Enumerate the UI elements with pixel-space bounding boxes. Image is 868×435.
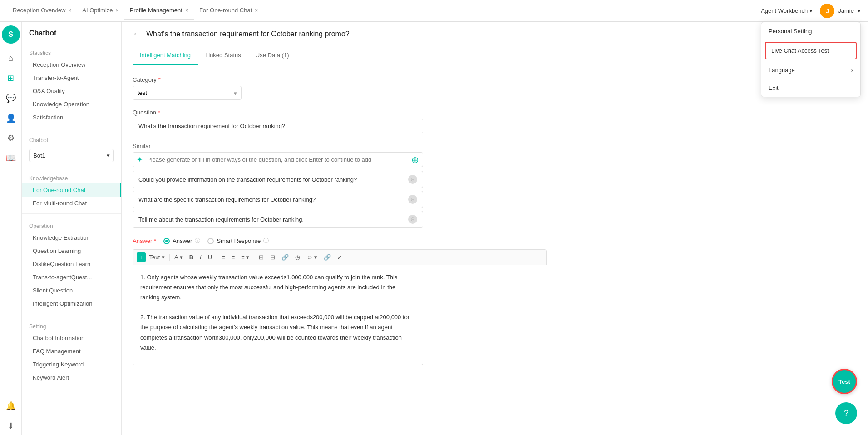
nav-section-operation: Operation <box>22 218 121 231</box>
close-tab-ai-optimize[interactable]: × <box>116 7 119 14</box>
rte-body[interactable]: 1. Only agents whose weekly transaction … <box>133 265 423 365</box>
close-tab-one-round[interactable]: × <box>255 7 258 14</box>
close-tab-profile[interactable]: × <box>185 7 188 14</box>
sidebar-item-satisfaction[interactable]: Satisfaction <box>22 111 121 124</box>
icon-sidebar: S ⌂ ⊞ 💬 👤 ⚙ 📖 🔔 ⬇ <box>0 22 22 435</box>
answer-group: Answer * Answer ⓘ Smart Response ⓘ <box>133 237 547 365</box>
info-icon-smart: ⓘ <box>263 237 269 245</box>
sidebar-item-faq-management[interactable]: FAQ Management <box>22 345 121 358</box>
rte-numbered-button[interactable]: ≡ <box>229 252 238 262</box>
rte-expand-button[interactable]: ⤢ <box>335 252 345 262</box>
answer-radio[interactable]: Answer ⓘ <box>163 237 200 245</box>
sidebar-item-multi-round-chat[interactable]: For Multi-round Chat <box>22 197 121 210</box>
tab-intelligent-matching[interactable]: Intelligent Matching <box>133 46 198 65</box>
sidebar-item-dislike-question[interactable]: DislikeQuestion Learn <box>22 257 121 271</box>
chevron-down-icon: ▾ <box>809 7 813 14</box>
tab-profile-management[interactable]: Profile Management × <box>124 2 194 20</box>
category-select[interactable]: test general promo <box>133 86 242 100</box>
sidebar-item-question-learning[interactable]: Question Learning <box>22 244 121 257</box>
similar-input[interactable] <box>145 153 409 167</box>
sidebar-icon-chat[interactable]: 💬 <box>2 89 20 107</box>
add-similar-button[interactable]: ⊕ <box>411 154 419 165</box>
sidebar-item-qa-quality[interactable]: Q&A Quality <box>22 84 121 98</box>
nav-section-statistics: Statistics <box>22 44 121 58</box>
smart-response-radio[interactable]: Smart Response ⓘ <box>207 237 269 245</box>
similar-label: Similar <box>133 143 547 149</box>
dropdown-exit[interactable]: Exit <box>761 79 860 97</box>
rte-add-button[interactable]: + <box>137 252 146 262</box>
answer-label-row: Answer * Answer ⓘ Smart Response ⓘ <box>133 237 547 245</box>
agent-workbench-menu[interactable]: Agent Workbench ▾ <box>761 7 813 14</box>
dropdown-live-chat[interactable]: Live Chat Access Test <box>765 42 857 59</box>
form-area: Category * test general promo Questi <box>122 65 557 385</box>
smart-response-radio-circle <box>207 238 214 244</box>
dropdown-personal-setting[interactable]: Personal Setting <box>761 22 860 40</box>
sidebar-item-keyword-alert[interactable]: Keyword Alert <box>22 371 121 384</box>
nav-sidebar: Chatbot Statistics Reception Overview Tr… <box>22 22 122 435</box>
rte-emoji-button[interactable]: ☺ ▾ <box>304 252 320 262</box>
rte-attachment-button[interactable]: 🔗 <box>279 252 291 262</box>
tab-one-round-chat[interactable]: For One-round Chat × <box>194 2 263 20</box>
nav-section-chatbot: Chatbot <box>22 132 121 145</box>
rte-text-button[interactable]: Text ▾ <box>147 252 168 262</box>
sidebar-item-one-round-chat[interactable]: For One-round Chat <box>22 183 121 197</box>
app-logo[interactable]: S <box>2 25 20 44</box>
tab-use-data[interactable]: Use Data (1) <box>248 46 296 65</box>
sidebar-item-trans-to-agent[interactable]: Trans-to-agentQuest... <box>22 271 121 284</box>
rte-underline-button[interactable]: U <box>205 252 215 262</box>
chevron-down-icon: ▾ <box>858 7 861 14</box>
sidebar-icon-download[interactable]: ⬇ <box>2 417 20 435</box>
back-button[interactable]: ← <box>133 29 141 39</box>
category-group: Category * test general promo <box>133 76 547 100</box>
sidebar-item-reception-overview[interactable]: Reception Overview <box>22 58 121 71</box>
nav-section-setting: Setting <box>22 318 121 331</box>
sidebar-icon-person[interactable]: 👤 <box>2 109 20 127</box>
chevron-right-icon: › <box>851 67 853 74</box>
sidebar-icon-settings[interactable]: ⚙ <box>2 129 20 147</box>
test-button[interactable]: Test <box>832 369 857 394</box>
rte-font-button[interactable]: A ▾ <box>172 252 186 262</box>
sidebar-icon-book[interactable]: 📖 <box>2 149 20 167</box>
rte-variable-button[interactable]: ◷ <box>292 252 303 262</box>
remove-similar-button[interactable]: ⊖ <box>408 195 417 204</box>
rte-bullet-button[interactable]: ≡ <box>219 252 228 262</box>
rte-bold-button[interactable]: B <box>187 252 196 262</box>
sidebar-item-chatbot-information[interactable]: Chatbot Information <box>22 331 121 345</box>
chatbot-selector[interactable]: Bot1 ▾ <box>29 149 114 162</box>
rte-link-button[interactable]: 🔗 <box>321 252 334 262</box>
sidebar-item-silent-question[interactable]: Silent Question <box>22 284 121 297</box>
user-menu[interactable]: J Jamie ▾ <box>820 4 861 18</box>
sidebar-icon-home[interactable]: ⌂ <box>2 49 20 67</box>
rte-image-button[interactable]: ⊞ <box>256 252 266 262</box>
content-tabs: Intelligent Matching Linked Status Use D… <box>122 46 868 65</box>
remove-similar-button[interactable]: ⊖ <box>408 215 417 224</box>
main-content: ← What's the transaction requirement for… <box>122 22 868 435</box>
nav-sidebar-title: Chatbot <box>22 29 121 44</box>
tab-ai-optimize[interactable]: AI Optimize × <box>77 2 124 20</box>
sidebar-icon-bell[interactable]: 🔔 <box>2 397 20 415</box>
rte-table-button[interactable]: ⊟ <box>267 252 278 262</box>
tab-reception-overview[interactable]: Reception Overview × <box>7 2 77 20</box>
sidebar-item-knowledge-extraction[interactable]: Knowledge Extraction <box>22 231 121 244</box>
sidebar-item-knowledge-operation[interactable]: Knowledge Operation <box>22 98 121 111</box>
remove-similar-button[interactable]: ⊖ <box>408 175 417 184</box>
close-tab-reception[interactable]: × <box>68 7 71 14</box>
sidebar-item-intelligent-optimization[interactable]: Intelligent Optimization <box>22 297 121 310</box>
sidebar-item-triggering-keyword[interactable]: Triggering Keyword <box>22 358 121 371</box>
answer-required: Answer * <box>133 237 156 244</box>
rte-align-button[interactable]: ≡ ▾ <box>238 252 252 262</box>
help-button[interactable]: ? <box>835 402 857 424</box>
question-group: Question * <box>133 109 547 133</box>
tab-bar: Reception Overview × AI Optimize × Profi… <box>7 2 263 20</box>
tab-linked-status[interactable]: Linked Status <box>198 46 248 65</box>
dropdown-menu: Personal Setting Live Chat Access Test L… <box>761 22 861 97</box>
content-header: ← What's the transaction requirement for… <box>122 22 868 46</box>
question-input[interactable] <box>133 119 423 133</box>
similar-group: Similar ✦ ⊕ Could you provide informatio… <box>133 143 547 228</box>
sidebar-icon-grid[interactable]: ⊞ <box>2 69 20 87</box>
rte-italic-button[interactable]: I <box>197 252 204 262</box>
main-area: S ⌂ ⊞ 💬 👤 ⚙ 📖 🔔 ⬇ Chatbot Statistics Rec… <box>0 22 868 435</box>
dropdown-language[interactable]: Language › <box>761 61 860 79</box>
similar-item: Could you provide information on the tra… <box>133 171 423 188</box>
sidebar-item-transfer-to-agent[interactable]: Transfer-to-Agent <box>22 71 121 84</box>
